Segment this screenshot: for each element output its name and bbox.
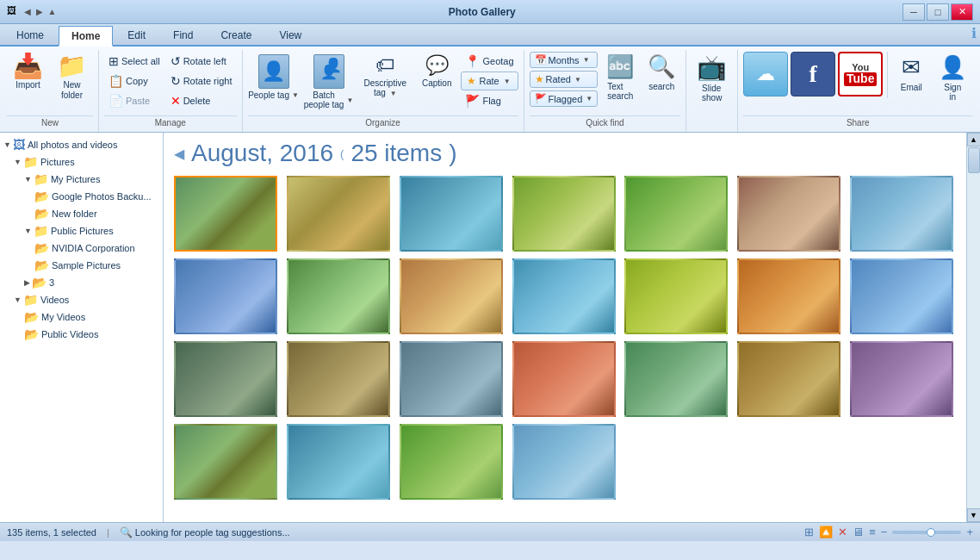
photo-thumb[interactable] — [512, 341, 616, 417]
zoom-plus[interactable]: + — [966, 526, 973, 538]
scroll-thumb[interactable] — [968, 147, 980, 173]
caption-button[interactable]: 💬 Caption — [416, 52, 457, 90]
rate-button[interactable]: ★ Rate ▼ — [461, 72, 518, 90]
batch-people-tag-avatar: 👤 👤 — [313, 54, 344, 89]
photo-thumb[interactable] — [287, 424, 390, 500]
photo-thumb[interactable] — [287, 341, 390, 417]
cloud-share-button[interactable]: ☁ — [743, 52, 788, 96]
rate-dropdown-icon: ▼ — [504, 78, 511, 85]
photo-thumb[interactable] — [400, 176, 503, 252]
photo-thumb[interactable] — [174, 424, 277, 500]
copy-button[interactable]: 📋 Copy — [104, 72, 164, 90]
scroll-up-button[interactable]: ▲ — [967, 133, 981, 146]
text-search-button[interactable]: 🔤 Textsearch — [601, 52, 639, 103]
tab-view[interactable]: View — [266, 25, 314, 45]
sidebar-item-folder-3[interactable]: ▶ 📂 3 — [0, 274, 163, 291]
people-tag-dropdown-icon: ▼ — [292, 91, 299, 99]
photo-thumb[interactable] — [737, 341, 840, 417]
photo-thumb[interactable] — [624, 258, 728, 334]
zoom-slider[interactable] — [892, 531, 961, 534]
facebook-button[interactable]: f — [791, 52, 835, 96]
maximize-button[interactable]: □ — [927, 3, 949, 21]
photo-thumb[interactable] — [400, 424, 503, 500]
sidebar-item-public-pictures[interactable]: ▼ 📁 Public Pictures — [0, 222, 163, 240]
photo-thumb[interactable] — [850, 176, 953, 252]
photo-thumb[interactable] — [512, 258, 616, 334]
tab-find[interactable]: Find — [160, 25, 206, 45]
minimize-button[interactable]: ─ — [902, 3, 925, 21]
status-icon-2[interactable]: 🔼 — [819, 526, 833, 538]
sidebar-item-public-videos[interactable]: 📂 Public Videos — [0, 326, 163, 343]
quick-access-toolbar: ◀ ▶ ▲ — [24, 7, 56, 16]
sidebar-item-all-photos[interactable]: ▼ 🖼 All photos and videos — [0, 136, 163, 153]
sidebar-item-videos[interactable]: ▼ 📁 Videos — [0, 291, 163, 308]
youtube-button[interactable]: You Tube — [838, 52, 883, 96]
tab-edit[interactable]: Edit — [115, 25, 158, 45]
app-icon: 🖼 — [7, 5, 21, 19]
item-count-close: ) — [449, 140, 456, 167]
qa-up-btn[interactable]: ▲ — [48, 7, 57, 16]
close-button[interactable]: ✕ — [951, 3, 973, 21]
qa-forward-btn[interactable]: ▶ — [36, 7, 43, 16]
google-photos-icon: 📂 — [34, 190, 49, 203]
zoom-thumb[interactable] — [927, 528, 935, 537]
photo-thumb[interactable] — [287, 258, 390, 334]
photo-thumb[interactable] — [512, 424, 616, 500]
photo-thumb[interactable] — [174, 258, 277, 334]
search-button[interactable]: 🔍 search — [642, 52, 680, 93]
status-icon-3[interactable]: ✕ — [838, 526, 847, 538]
sidebar-item-new-folder[interactable]: 📂 New folder — [0, 205, 163, 222]
sidebar-item-pictures[interactable]: ▼ 📁 Pictures — [0, 153, 163, 171]
rotate-left-button[interactable]: ↺ Rotate left — [166, 52, 237, 71]
photo-thumb[interactable] — [512, 176, 616, 252]
slideshow-button[interactable]: 📺 Slideshow — [692, 52, 732, 104]
flagged-button[interactable]: 🚩 Flagged ▼ — [530, 90, 599, 107]
tab-create[interactable]: Create — [208, 25, 264, 45]
photo-thumb[interactable] — [737, 258, 840, 334]
prev-month-arrow[interactable]: ◀ — [174, 146, 184, 162]
sign-in-button[interactable]: 👤 Signin — [933, 52, 972, 104]
geotag-icon: 📍 — [465, 54, 480, 68]
tab-home-active[interactable]: Home — [59, 26, 113, 47]
photo-thumb[interactable] — [287, 176, 390, 252]
scroll-down-button[interactable]: ▼ — [967, 508, 981, 522]
help-button[interactable]: ℹ — [971, 25, 977, 45]
photo-thumb[interactable] — [850, 258, 953, 334]
delete-button[interactable]: ✕ Delete — [166, 91, 237, 110]
photo-thumb[interactable] — [624, 176, 728, 252]
ribbon-group-manage: ⊞ Select all 📋 Copy 📄 Paste ↺ Rotate lef… — [99, 50, 243, 132]
photo-thumb[interactable] — [624, 341, 728, 417]
sidebar-item-my-pictures[interactable]: ▼ 📁 My Pictures — [0, 171, 163, 188]
status-icon-1[interactable]: ⊞ — [804, 526, 814, 538]
qa-back-btn[interactable]: ◀ — [24, 7, 31, 16]
new-folder-button[interactable]: 📁 Newfolder — [51, 52, 93, 103]
rotate-right-button[interactable]: ↻ Rotate right — [166, 72, 237, 90]
status-icon-4[interactable]: 🖥 — [853, 526, 864, 538]
zoom-minus[interactable]: − — [881, 526, 888, 538]
descriptive-tag-button[interactable]: 🏷 Descriptivetag ▼ — [358, 52, 412, 100]
flag-button[interactable]: 🚩 Flag — [461, 91, 518, 110]
sidebar-item-nvidia[interactable]: 📂 NVIDIA Corporation — [0, 240, 163, 257]
sidebar-item-sample-pictures[interactable]: 📂 Sample Pictures — [0, 257, 163, 274]
photo-thumb[interactable] — [400, 258, 503, 334]
import-button[interactable]: 📥 Import — [7, 52, 49, 93]
arrow-icon: ▼ — [3, 140, 11, 149]
months-button[interactable]: 📅 Months ▼ — [530, 52, 599, 68]
batch-people-tag-button[interactable]: 👤 👤 Batchpeople tag ▼ — [303, 52, 355, 112]
photo-thumb[interactable] — [737, 176, 840, 252]
status-icon-5[interactable]: ≡ — [869, 526, 876, 538]
select-all-button[interactable]: ⊞ Select all — [104, 52, 164, 71]
email-button[interactable]: ✉ Email — [892, 52, 930, 95]
geotag-button[interactable]: 📍 Geotag — [461, 52, 518, 71]
photo-thumb[interactable] — [400, 341, 503, 417]
tab-home[interactable]: Home — [3, 25, 57, 45]
photo-thumb[interactable] — [174, 341, 277, 417]
rated-button[interactable]: ★ Rated ▼ — [530, 71, 599, 88]
sidebar-item-google-photos[interactable]: 📂 Google Photos Backu... — [0, 188, 163, 205]
photo-thumb[interactable] — [174, 176, 277, 252]
sidebar-item-my-videos[interactable]: 📂 My Videos — [0, 308, 163, 326]
people-tag-button[interactable]: 👤 People tag ▼ — [248, 52, 300, 103]
people-tag-avatar: 👤 — [258, 54, 289, 89]
paste-button[interactable]: 📄 Paste — [104, 91, 164, 110]
photo-thumb[interactable] — [850, 341, 953, 417]
